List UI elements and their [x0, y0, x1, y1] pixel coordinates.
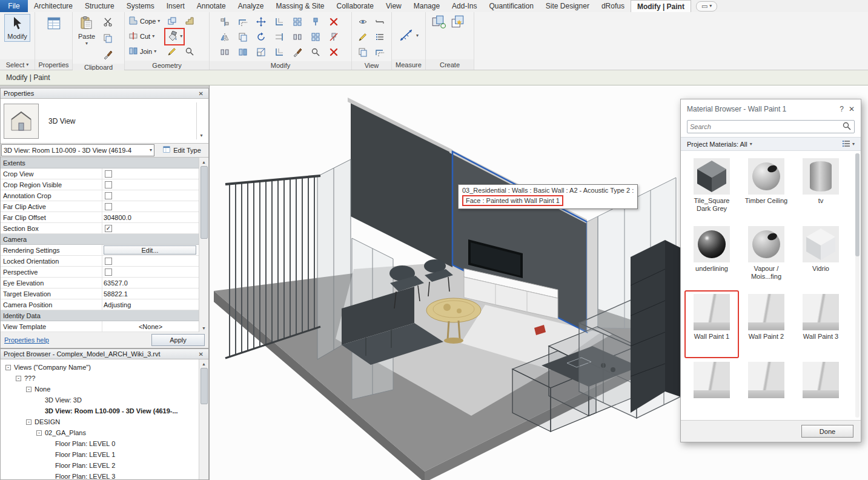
tab-modify-paint[interactable]: Modify | Paint — [631, 0, 691, 12]
properties-help-link[interactable]: Properties help — [4, 336, 49, 344]
tree-item[interactable]: Floor Plan: LEVEL 1 — [3, 449, 199, 460]
tab-analyze[interactable]: Analyze — [232, 0, 270, 12]
material-swatch[interactable]: Vapour / Mois...fing — [739, 222, 793, 290]
material-swatch[interactable]: Tile_Square Dark Grey — [684, 155, 739, 222]
section-icon[interactable] — [372, 14, 388, 29]
beam-cope-icon[interactable] — [182, 14, 197, 29]
material-browser-title-bar[interactable]: Material Browser - Wall Paint 1 ? ✕ — [681, 99, 861, 119]
help-icon[interactable]: ? — [835, 105, 849, 113]
close-icon[interactable]: ✕ — [197, 351, 205, 358]
copy-to-clipboard-icon[interactable] — [100, 30, 116, 45]
checkbox[interactable]: ✓ — [105, 225, 112, 232]
property-group-header[interactable]: Extents — [1, 158, 199, 168]
edit-button[interactable]: Edit... — [104, 245, 196, 255]
tab-drofus[interactable]: dRofus — [595, 0, 631, 12]
scrollbar-thumb[interactable] — [855, 153, 860, 256]
match-type-icon[interactable] — [100, 47, 116, 62]
tree-item[interactable]: -02_GA_Plans — [3, 427, 199, 438]
visibility-icon[interactable] — [355, 14, 371, 29]
array-icon[interactable] — [308, 29, 323, 44]
chevron-down-icon[interactable]: ▾ — [180, 34, 182, 39]
join-button[interactable]: Join ▾ — [127, 44, 161, 59]
property-value[interactable]: ✓ — [102, 223, 199, 233]
select-panel-label[interactable]: Select ▾ — [0, 59, 35, 70]
demolish-icon[interactable] — [164, 44, 180, 59]
zoom-icon[interactable] — [182, 44, 197, 59]
list-icon[interactable] — [372, 29, 388, 44]
tab-massing-site[interactable]: Massing & Site — [270, 0, 331, 12]
property-value[interactable]: Edit... — [102, 245, 199, 255]
tab-architecture[interactable]: Architecture — [28, 0, 79, 12]
cope-button[interactable]: Cope ▾ — [127, 14, 161, 28]
edit-type-button[interactable]: Edit Type — [155, 144, 208, 157]
property-group-header[interactable]: Camera — [1, 234, 199, 245]
search-icon[interactable] — [842, 121, 852, 132]
tree-item[interactable]: Floor Plan: LEVEL 2 — [3, 460, 199, 471]
checkbox[interactable] — [105, 192, 112, 199]
copy-icon[interactable] — [235, 29, 251, 44]
property-value[interactable]: Adjusting — [102, 299, 199, 310]
match-brush-icon[interactable] — [290, 44, 305, 59]
material-swatch[interactable]: underlining — [684, 222, 739, 290]
pin-icon[interactable] — [308, 14, 323, 29]
scrollbar-thumb[interactable] — [200, 368, 208, 404]
close-icon[interactable]: ✕ — [197, 90, 205, 97]
type-selector-dropdown[interactable]: ▾ — [196, 102, 206, 139]
tree-expander-icon[interactable]: - — [36, 430, 42, 436]
view-options-button[interactable]: ▾ — [841, 139, 855, 150]
properties-scrollbar[interactable]: ▲ ▼ — [199, 158, 208, 332]
material-swatch[interactable]: Wall Paint 3 — [793, 290, 848, 358]
group-icon[interactable] — [431, 14, 446, 29]
material-swatch[interactable] — [739, 358, 793, 420]
checkbox[interactable] — [105, 170, 112, 178]
property-value[interactable] — [102, 256, 199, 266]
split-icon[interactable] — [217, 44, 233, 59]
checkbox[interactable] — [105, 181, 112, 188]
material-swatch[interactable]: Wall Paint 2 — [739, 290, 793, 358]
file-tab[interactable]: File — [0, 0, 28, 12]
tree-item[interactable]: -??? — [3, 373, 199, 384]
tab-quantification[interactable]: Quantification — [483, 0, 539, 12]
mirror-icon[interactable] — [217, 29, 233, 44]
pencil-icon[interactable] — [355, 29, 371, 44]
material-swatch[interactable]: Wall Paint 1 — [684, 290, 739, 358]
properties-button[interactable] — [43, 14, 65, 35]
tree-expander-icon[interactable]: - — [26, 387, 31, 392]
material-swatch[interactable] — [684, 358, 739, 420]
property-value[interactable]: 63527.0 — [102, 278, 199, 288]
move-icon[interactable] — [253, 14, 269, 29]
measure-icon[interactable] — [399, 27, 414, 44]
project-browser-scrollbar[interactable]: ▲ — [199, 359, 208, 479]
tree-expander-icon[interactable]: - — [5, 365, 11, 370]
tree-item[interactable]: -DESIGN — [3, 416, 199, 427]
tree-item[interactable]: 3D View: 3D — [3, 395, 199, 405]
tree-item[interactable]: Floor Plan: LEVEL 3 — [3, 471, 199, 479]
property-value[interactable]: 58822.1 — [102, 288, 199, 299]
trim-icon[interactable] — [271, 44, 287, 59]
tab-site-designer[interactable]: Site Designer — [540, 0, 595, 12]
unpin-icon[interactable] — [326, 29, 342, 44]
tree-item[interactable]: 3D View: Room L10-009 - 3D View (4619-..… — [3, 405, 199, 416]
delete-icon[interactable] — [326, 14, 342, 29]
tree-expander-icon[interactable]: - — [16, 376, 21, 381]
tab-insert[interactable]: Insert — [161, 0, 191, 12]
material-filter-bar[interactable]: Project Materials: All ▾ ▾ — [681, 137, 861, 151]
property-value[interactable] — [102, 179, 199, 190]
join-icon[interactable] — [235, 44, 251, 59]
property-value[interactable] — [102, 168, 199, 179]
scrollbar-thumb[interactable] — [200, 166, 208, 239]
view-selector-combo[interactable]: 3D View: Room L10-009 - 3D View (4619-4 … — [1, 144, 154, 156]
tree-item[interactable]: Floor Plan: LEVEL 0 — [3, 438, 199, 449]
checkbox[interactable] — [105, 258, 112, 265]
align-icon[interactable] — [217, 14, 233, 29]
offset-icon[interactable] — [372, 44, 388, 59]
tab-view[interactable]: View — [380, 0, 408, 12]
material-swatch[interactable]: Timber Ceiling — [739, 155, 793, 222]
extend-icon[interactable] — [271, 29, 287, 44]
tab-collaborate[interactable]: Collaborate — [331, 0, 380, 12]
tab-add-ins[interactable]: Add-Ins — [446, 0, 483, 12]
wall-opening-icon[interactable] — [164, 14, 180, 29]
scroll-up-icon[interactable]: ▲ — [199, 158, 208, 166]
tree-expander-icon[interactable]: - — [26, 419, 31, 425]
scale-icon[interactable] — [253, 44, 269, 59]
